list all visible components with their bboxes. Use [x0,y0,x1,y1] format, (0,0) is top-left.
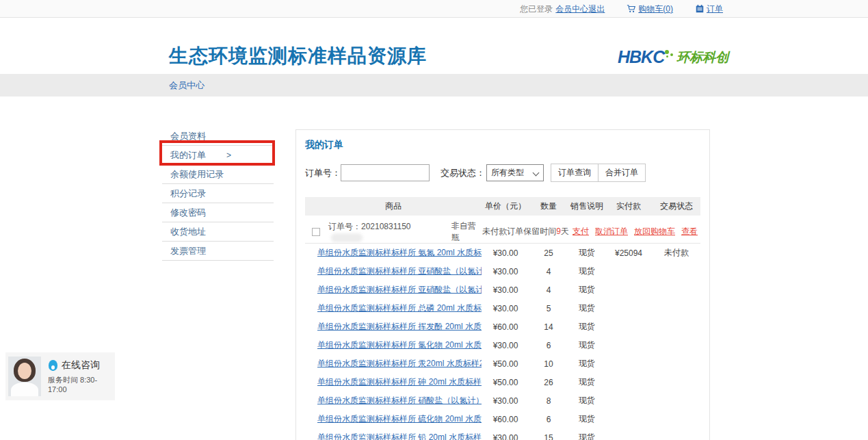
table-header-3: 销售说明 [568,200,606,212]
order-action-1[interactable]: 取消订单 [595,226,628,237]
merge-orders-button[interactable]: 合并订单 [599,164,646,182]
sidebar-item-label: 收货地址 [170,226,206,238]
item-qty: 15 [529,433,568,440]
redacted-order-digits [331,233,363,242]
logo-cn-text: 环标科创 [676,50,728,65]
member-center-link[interactable]: 会员中心 [555,3,588,15]
page-title: 我的订单 [305,139,700,151]
product-link[interactable]: 单组份水质监测标样标样所 硝酸盐（以氮计） 20ml 水质标样200850 [317,396,482,405]
breadcrumb[interactable]: 会员中心 [169,74,205,96]
logo-en-text: HBKC [618,49,664,65]
item-paid: ¥25094 [606,248,651,258]
item-qty: 4 [529,285,568,295]
member-sidebar: 会员资料我的订单>余额使用记录积分记录修改密码收货地址发票管理 [162,127,274,261]
orders-link[interactable]: 订单 [707,3,723,15]
product-link[interactable]: 单组份水质监测标样标样所 亚硝酸盐（以氮计） 20ml 水质标样200644 [317,285,482,294]
topbar: 您已登录 会员中心 退出 购物车(0) 订单 [0,0,868,18]
chevron-down-icon [533,170,540,177]
order-checkbox[interactable] [312,228,320,236]
site-title: 生态环境监测标准样品资源库 [169,43,427,69]
item-price: ¥60.00 [482,415,529,424]
orders-table: 商品单价（元）数量销售说明实付款交易状态 订单号：20210831150 非自营… [305,197,700,440]
product-link[interactable]: 单组份水质监测标样标样所 挥发酚 20ml 水质标样200364 [317,322,482,331]
item-qty: 10 [529,359,568,369]
order-item-row: 单组份水质监测标样标样所 亚硝酸盐（以氮计） 20ml 水质标样200643¥3… [305,262,700,281]
sidebar-item-3[interactable]: 积分记录 [162,184,274,203]
item-qty: 6 [529,341,568,350]
logout-link[interactable]: 退出 [588,3,605,15]
product-link[interactable]: 单组份水质监测标样标样所 硫化物 20ml 水质标样205544 [317,414,482,424]
company-logo: HBKC 环标科创 [618,49,728,65]
sidebar-item-6[interactable]: 发票管理 [162,242,274,261]
item-status: 未付款 [651,247,702,259]
order-item-row: 单组份水质监测标样标样所 氨氮 20ml 水质标样2005153¥30.0025… [305,244,700,262]
status-select[interactable]: 所有类型 [486,164,544,181]
item-qty: 26 [529,378,568,387]
sidebar-item-label: 我的订单 [170,149,206,161]
product-link[interactable]: 单组份水质监测标样标样所 汞20ml 水质标样202051 [317,359,482,368]
table-header-1: 单价（元） [482,200,529,212]
order-search-button[interactable]: 订单查询 [551,164,599,182]
chat-service-time: 服务时间 8:30-17:00 [48,375,115,393]
status-select-value: 所有类型 [491,167,524,179]
online-chat-widget[interactable]: 在线咨询 服务时间 8:30-17:00 [5,352,115,400]
cart-link[interactable]: 购物车(0) [638,3,673,15]
order-header-row: 订单号：20210831150 非自营瓶 未付款订单保留时间9天 支付取消订单放… [305,220,700,244]
product-link[interactable]: 单组份水质监测标样标样所 铅 20ml 水质标样201240 [317,432,482,440]
table-header-5: 交易状态 [651,200,702,212]
chat-title: 在线咨询 [62,359,100,372]
item-stock: 现货 [568,302,606,314]
sidebar-item-label: 积分记录 [170,187,206,200]
item-stock: 现货 [568,432,606,440]
product-link[interactable]: 单组份水质监测标样标样所 氨氮 20ml 水质标样2005153 [317,248,482,257]
order-action-3[interactable]: 查看 [681,226,698,237]
qq-icon [48,360,58,372]
order-action-2[interactable]: 放回购物车 [634,226,675,237]
status-label: 交易状态： [440,167,485,179]
order-item-row: 单组份水质监测标样标样所 亚硝酸盐（以氮计） 20ml 水质标样200644¥3… [305,281,700,299]
item-qty: 25 [529,248,568,258]
item-price: ¥50.00 [482,359,529,369]
item-price: ¥30.00 [482,267,529,276]
item-price: ¥30.00 [482,304,529,313]
order-item-row: 单组份水质监测标样标样所 砷 20ml 水质标样200455¥50.0026现货 [305,373,700,391]
sidebar-active-arrow: > [226,151,231,160]
product-link[interactable]: 单组份水质监测标样标样所 氯化物 20ml 水质标样201757 [317,340,482,350]
topbar-links: 您已登录 会员中心 退出 购物车(0) 订单 [520,0,723,18]
order-item-row: 单组份水质监测标样标样所 硫化物 20ml 水质标样205544¥60.006现… [305,410,700,428]
item-price: ¥30.00 [482,285,529,295]
item-qty: 4 [529,267,568,276]
order-item-rows: 单组份水质监测标样标样所 氨氮 20ml 水质标样2005153¥30.0025… [305,244,700,440]
order-action-0[interactable]: 支付 [573,226,589,237]
sidebar-item-4[interactable]: 修改密码 [162,203,274,222]
agent-photo [8,357,41,396]
logo-dots-icon [664,49,675,65]
item-price: ¥50.00 [482,378,529,387]
table-header-0: 商品 [305,200,482,212]
sidebar-item-1[interactable]: 我的订单> [162,146,274,165]
item-stock: 现货 [568,358,606,370]
product-link[interactable]: 单组份水质监测标样标样所 总磷 20ml 水质标样203997 [317,303,482,313]
order-item-row: 单组份水质监测标样标样所 汞20ml 水质标样202051¥50.0010现货 [305,354,700,373]
product-link[interactable]: 单组份水质监测标样标样所 砷 20ml 水质标样200455 [317,377,482,387]
orders-panel: 我的订单 订单号： 交易状态： 所有类型 订单查询 合并订单 商品单价（元）数量… [295,129,710,440]
table-header-row: 商品单价（元）数量销售说明实付款交易状态 [305,197,700,216]
item-qty: 5 [529,304,568,313]
sidebar-item-5[interactable]: 收货地址 [162,222,274,242]
order-item-row: 单组份水质监测标样标样所 氯化物 20ml 水质标样201757¥30.006现… [305,336,700,354]
item-stock: 现货 [568,247,606,259]
item-stock: 现货 [568,339,606,351]
sidebar-item-2[interactable]: 余额使用记录 [162,165,274,184]
order-no-input[interactable] [341,164,430,181]
product-link[interactable]: 单组份水质监测标样标样所 亚硝酸盐（以氮计） 20ml 水质标样200643 [317,266,482,276]
item-qty: 6 [529,415,568,424]
sidebar-item-0[interactable]: 会员资料 [162,127,274,146]
item-stock: 现货 [568,413,606,425]
sidebar-item-label: 发票管理 [170,245,206,257]
item-price: ¥30.00 [482,248,529,258]
item-stock: 现货 [568,376,606,388]
item-stock: 现货 [568,266,606,277]
header: 生态环境监测标准样品资源库 HBKC 环标科创 产品分类首页产品查询新品上架通知… [0,18,868,74]
login-status-text: 您已登录 [520,3,553,15]
cart-icon [627,4,636,14]
